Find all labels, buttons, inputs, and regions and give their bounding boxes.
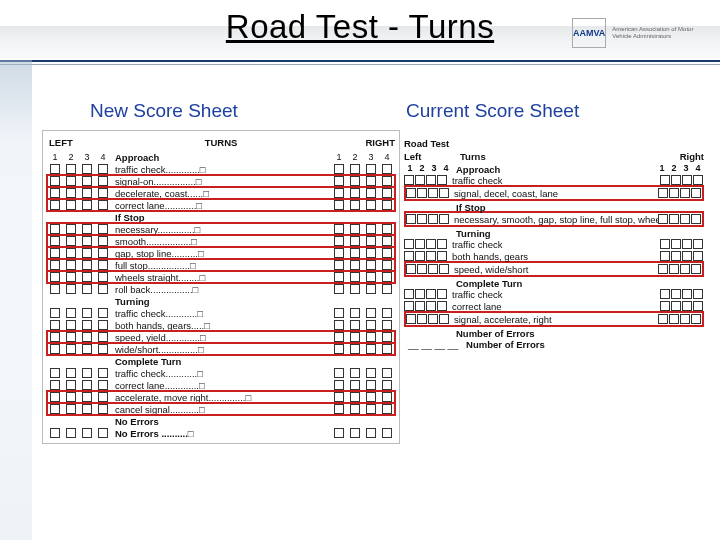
cr-section-2: Turning <box>452 228 656 239</box>
cr-item: traffic check <box>404 174 704 186</box>
cr-left: Left <box>404 151 454 162</box>
left-label: LEFT <box>47 137 113 151</box>
left-item: signal-on................□ <box>47 175 395 187</box>
left-item: accelerate, move right..............□ <box>47 391 395 403</box>
section-4: No Errors <box>111 416 331 427</box>
col-2: 2 <box>63 152 79 163</box>
subtitle-current: Current Score Sheet <box>406 100 579 122</box>
left-item: wheels straight........□ <box>47 271 395 283</box>
left-item: cancel signal...........□ <box>47 403 395 415</box>
rule-top-2 <box>0 64 720 65</box>
aamva-logo: AAMVA American Association of Motor Vehi… <box>572 14 702 52</box>
cr-turns: Turns <box>454 151 680 162</box>
rule-top <box>0 60 720 62</box>
left-item: traffic check.............□ <box>47 163 395 175</box>
cr-section-3: Complete Turn <box>452 278 656 289</box>
cr-approach: Approach <box>452 164 656 175</box>
cr-item: traffic check <box>404 288 704 300</box>
left-item: gap, stop line..........□ <box>47 247 395 259</box>
cr-section-1: If Stop <box>452 202 656 213</box>
left-item: correct lane............□ <box>47 199 395 211</box>
cr-item: both hands, gears <box>404 250 704 262</box>
section-2: Turning <box>111 296 331 307</box>
cr-section-4: Number of Errors <box>452 328 656 339</box>
cr-item: signal, accelerate, right <box>404 311 704 327</box>
no-errors-row: No Errors ..........□ <box>47 427 395 439</box>
cr-right: Right <box>680 151 704 162</box>
left-item: full stop................□ <box>47 259 395 271</box>
current-score-panel: Road Test Left Turns Right 1234 Approach… <box>400 130 708 356</box>
col-1: 1 <box>47 152 63 163</box>
cr-item: signal, decel, coast, lane <box>404 185 704 201</box>
left-item: decelerate, coast......□ <box>47 187 395 199</box>
left-item: smooth.................□ <box>47 235 395 247</box>
cr-item: traffic check <box>404 238 704 250</box>
section-1: If Stop <box>111 212 331 223</box>
left-item: correct lane.............□ <box>47 379 395 391</box>
subtitle-new: New Score Sheet <box>90 100 238 122</box>
left-item: wide/short...............□ <box>47 343 395 355</box>
left-item: necessary..............□ <box>47 223 395 235</box>
center-label: TURNS <box>113 137 329 151</box>
section-3: Complete Turn <box>111 356 331 367</box>
new-score-panel: LEFT TURNS RIGHT 1234 Approach 1234 traf… <box>42 130 400 444</box>
left-strip <box>0 60 32 540</box>
left-item: both hands, gears.....□ <box>47 319 395 331</box>
sect-approach: Approach <box>111 152 331 163</box>
road-test-label: Road Test <box>404 138 704 149</box>
cr-item: correct lane <box>404 300 704 312</box>
cr-errors: __ __ __ __ Number of Errors <box>404 338 704 350</box>
cr-item: necessary, smooth, gap, stop line, full … <box>404 211 704 227</box>
logo-mark: AAMVA <box>572 18 606 48</box>
left-item: roll back................□ <box>47 283 395 295</box>
cr-item: speed, wide/short <box>404 261 704 277</box>
left-item: traffic check............□ <box>47 367 395 379</box>
col-3: 3 <box>79 152 95 163</box>
right-label: RIGHT <box>329 137 395 151</box>
left-item: traffic check............□ <box>47 307 395 319</box>
logo-text: American Association of Motor Vehicle Ad… <box>612 26 702 40</box>
col-4: 4 <box>95 152 111 163</box>
left-item: speed, yield.............□ <box>47 331 395 343</box>
